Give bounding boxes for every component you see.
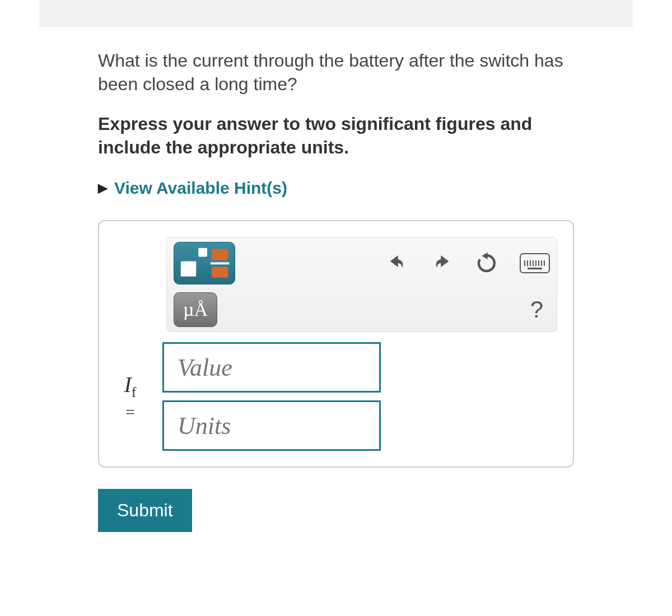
question-text: What is the current through the battery …: [98, 49, 574, 96]
submit-button[interactable]: Submit: [98, 489, 192, 532]
svg-rect-3: [212, 267, 228, 278]
answer-toolbar: µÅ ?: [166, 237, 557, 332]
redo-button[interactable]: [430, 251, 454, 275]
answer-input-area: If =: [99, 337, 573, 466]
question-content: What is the current through the battery …: [98, 49, 574, 532]
redo-icon: [430, 251, 454, 275]
math-templates-button[interactable]: [174, 242, 235, 284]
svg-rect-0: [181, 261, 196, 276]
special-chars-button[interactable]: µÅ: [174, 292, 217, 327]
svg-rect-1: [198, 248, 207, 257]
undo-icon: [385, 251, 409, 275]
templates-icon: [174, 242, 235, 284]
variable-label: If =: [115, 372, 146, 422]
value-input[interactable]: [162, 342, 381, 393]
instruction-text: Express your answer to two significant f…: [98, 113, 574, 159]
keyboard-icon: [524, 260, 545, 266]
svg-rect-2: [212, 249, 228, 260]
units-input[interactable]: [162, 400, 381, 451]
top-banner: [39, 0, 633, 27]
reset-button[interactable]: [475, 251, 498, 275]
reset-icon: [475, 251, 498, 275]
help-icon: ?: [530, 296, 543, 323]
view-hints-link[interactable]: ▶ View Available Hint(s): [98, 179, 574, 198]
svg-rect-4: [211, 262, 229, 264]
triangle-right-icon: ▶: [98, 181, 108, 195]
submit-label: Submit: [117, 500, 173, 520]
answer-panel: µÅ ? If =: [98, 220, 574, 468]
special-chars-label: µÅ: [183, 299, 208, 320]
undo-button[interactable]: [385, 251, 409, 275]
keyboard-button[interactable]: [520, 253, 550, 273]
help-button[interactable]: ?: [530, 296, 550, 323]
hints-label: View Available Hint(s): [114, 179, 287, 198]
